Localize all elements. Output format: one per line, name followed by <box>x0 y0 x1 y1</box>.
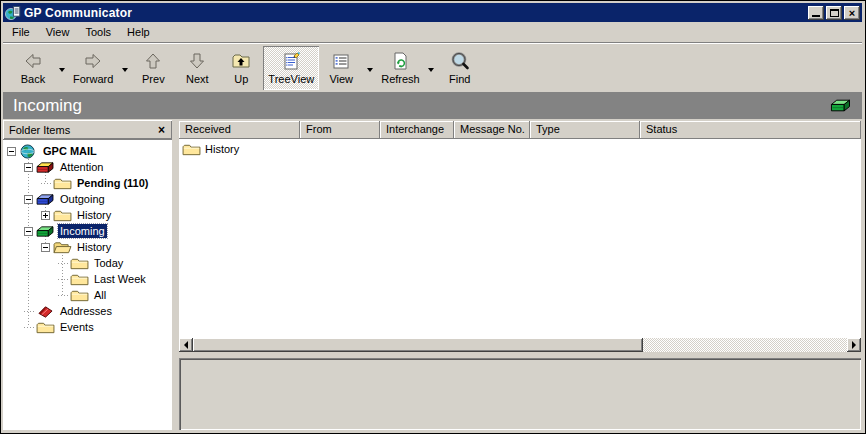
menu-bar: FileViewToolsHelp <box>3 23 862 41</box>
tree-label: History <box>75 208 113 222</box>
panel-splitter[interactable] <box>172 120 179 430</box>
collapse-icon[interactable] <box>24 227 33 236</box>
toolbar-refresh-dropdown[interactable] <box>425 46 438 90</box>
toolbar-forward-label: Forward <box>73 73 113 85</box>
arrow-right-icon <box>83 51 103 71</box>
tree-item-incoming[interactable]: Incoming <box>3 223 172 239</box>
close-icon: × <box>158 123 165 137</box>
close-button[interactable]: × <box>844 6 860 20</box>
books-green-icon <box>36 224 55 239</box>
scroll-left-button[interactable] <box>179 338 193 352</box>
arrow-up-icon <box>143 51 163 71</box>
chevron-down-icon <box>367 68 373 72</box>
toolbar-refresh-button[interactable]: Refresh <box>376 46 425 90</box>
column-header-message-no[interactable]: Message No. <box>454 121 530 139</box>
column-header-received[interactable]: Received <box>179 121 300 139</box>
tree-label: Events <box>58 320 96 334</box>
toolbar-find-label: Find <box>449 73 470 85</box>
window-title: GP Communicator <box>24 6 132 20</box>
folder-icon <box>70 272 89 287</box>
app-icon <box>5 5 21 21</box>
folder-icon <box>70 256 89 271</box>
tree-connector <box>41 175 53 191</box>
collapse-icon[interactable] <box>24 163 33 172</box>
toolbar-find-button[interactable]: Find <box>438 46 482 90</box>
scrollbar-thumb[interactable] <box>193 338 643 352</box>
chevron-down-icon <box>59 68 65 72</box>
folder-up-icon <box>231 51 251 71</box>
tree-item-outgoing[interactable]: Outgoing <box>3 191 172 207</box>
tree-item-history[interactable]: History <box>3 207 172 223</box>
menu-tools[interactable]: Tools <box>77 24 119 40</box>
toolbar-view-dropdown[interactable] <box>363 46 376 90</box>
globe-icon <box>19 144 38 159</box>
tree-item-all[interactable]: All <box>3 287 172 303</box>
preview-panel <box>179 358 861 430</box>
minimize-icon <box>812 15 820 17</box>
tree-item-gpc-mail[interactable]: GPC MAIL <box>3 143 172 159</box>
menu-file[interactable]: File <box>4 24 38 40</box>
tree-label: Addresses <box>58 304 114 318</box>
collapse-icon[interactable] <box>24 195 33 204</box>
app-window: GP Communicator × FileViewToolsHelp Back… <box>0 0 866 434</box>
scroll-right-button[interactable] <box>847 338 861 352</box>
tree-label: All <box>92 288 108 302</box>
toolbar-view-label: View <box>329 73 353 85</box>
view-banner: Incoming <box>3 92 862 119</box>
toolbar-treeview-button[interactable]: TreeView <box>263 46 319 90</box>
column-header-status[interactable]: Status <box>640 121 861 139</box>
toolbar-back-dropdown[interactable] <box>55 46 68 90</box>
book-red-icon <box>36 304 55 319</box>
books-red-icon <box>36 160 55 175</box>
banner-title: Incoming <box>13 96 82 116</box>
toolbar-back-button[interactable]: Back <box>11 46 55 90</box>
books-blue-icon <box>36 192 55 207</box>
expand-icon[interactable] <box>41 211 50 220</box>
folder-icon <box>53 176 72 191</box>
window-controls: × <box>808 6 860 20</box>
tree-item-last-week[interactable]: Last Week <box>3 271 172 287</box>
refresh-icon <box>390 51 410 71</box>
minimize-button[interactable] <box>808 6 824 20</box>
tree-item-pending-110[interactable]: Pending (110) <box>3 175 172 191</box>
toolbar-view-button[interactable]: View <box>319 46 363 90</box>
title-bar: GP Communicator × <box>3 3 862 22</box>
toolbar-forward-dropdown[interactable] <box>118 46 131 90</box>
column-header-from[interactable]: From <box>300 121 380 139</box>
tree-item-events[interactable]: Events <box>3 319 172 335</box>
chevron-down-icon <box>122 68 128 72</box>
toolbar: BackForwardPrevNextUpTreeViewViewRefresh… <box>3 42 862 92</box>
list-view-icon <box>331 51 351 71</box>
toolbar-forward-button[interactable]: Forward <box>68 46 118 90</box>
folder-icon <box>70 288 89 303</box>
folder-panel-close-button[interactable]: × <box>154 122 169 137</box>
chevron-down-icon <box>428 68 434 72</box>
toolbar-treeview-label: TreeView <box>268 73 314 85</box>
folder-icon <box>53 208 72 223</box>
tree-label: Last Week <box>92 272 148 286</box>
maximize-button[interactable] <box>826 6 842 20</box>
tree-item-history[interactable]: History <box>3 239 172 255</box>
scroll-left-icon <box>184 341 188 349</box>
collapse-icon[interactable] <box>41 243 50 252</box>
list-item-history[interactable]: History <box>181 141 861 157</box>
tree-label: Attention <box>58 160 105 174</box>
tree-item-addresses[interactable]: Addresses <box>3 303 172 319</box>
toolbar-back-label: Back <box>21 73 45 85</box>
tree-connector <box>58 287 70 303</box>
find-icon <box>450 51 470 71</box>
toolbar-prev-button[interactable]: Prev <box>131 46 175 90</box>
folder-tree: GPC MAILAttentionPending (110)OutgoingHi… <box>3 140 172 335</box>
menu-help[interactable]: Help <box>119 24 158 40</box>
folder-open-icon <box>53 240 72 255</box>
menu-view[interactable]: View <box>38 24 78 40</box>
toolbar-up-button[interactable]: Up <box>219 46 263 90</box>
scrollbar-track[interactable] <box>643 338 847 352</box>
column-header-type[interactable]: Type <box>530 121 640 139</box>
tree-item-attention[interactable]: Attention <box>3 159 172 175</box>
tree-item-today[interactable]: Today <box>3 255 172 271</box>
close-icon: × <box>849 8 855 18</box>
collapse-icon[interactable] <box>7 147 16 156</box>
toolbar-next-button[interactable]: Next <box>175 46 219 90</box>
column-header-interchange[interactable]: Interchange <box>380 121 454 139</box>
